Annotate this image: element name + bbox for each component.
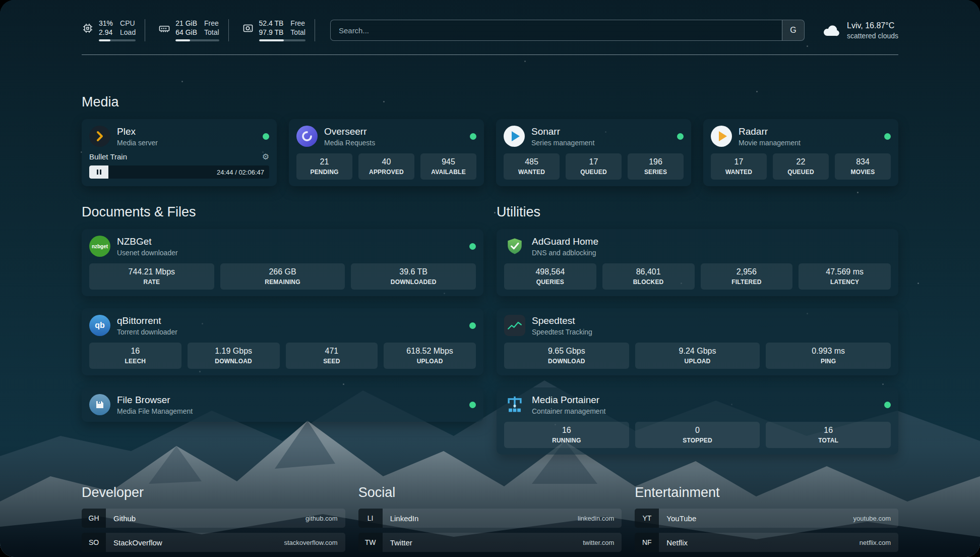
card-title: Overseerr <box>324 126 375 137</box>
bookmark-url: stackoverflow.com <box>276 533 345 552</box>
search-bar: G <box>330 20 805 41</box>
bookmark-item[interactable]: SOStackOverflowstackoverflow.com <box>82 533 345 552</box>
bookmark-name: Github <box>106 509 298 528</box>
section-heading-media: Media <box>82 94 898 110</box>
card-subtitle: Series management <box>531 139 594 147</box>
bookmark-name: Twitter <box>383 533 576 552</box>
overseerr-icon <box>296 126 318 147</box>
speedtest-card[interactable]: Speedtest Speedtest Tracking 9.65 GbpsDO… <box>497 308 898 375</box>
ram-free-label: Free <box>204 19 219 27</box>
stat-label: WANTED <box>713 169 765 176</box>
status-dot <box>884 133 891 140</box>
bookmark-name: Netflix <box>659 533 852 552</box>
card-title: NZBGet <box>117 236 178 247</box>
stat-label: LATENCY <box>801 278 889 286</box>
stat-box: 744.21 MbpsRATE <box>89 263 214 290</box>
stat-box: 266 GBREMAINING <box>220 263 345 290</box>
stat-box: 471SEED <box>286 343 378 369</box>
stat-value: 16 <box>506 426 627 435</box>
bookmark-url: youtube.com <box>846 509 898 528</box>
stat-value: 0.993 ms <box>768 347 889 356</box>
bookmark-item[interactable]: LILinkedInlinkedin.com <box>358 509 622 528</box>
search-engine-button[interactable]: G <box>782 20 804 40</box>
stat-value: 744.21 Mbps <box>91 267 212 276</box>
stat-label: RUNNING <box>506 437 627 444</box>
section-heading-social: Social <box>358 485 622 500</box>
stat-label: QUEUED <box>568 169 620 176</box>
stat-label: QUERIES <box>506 278 594 286</box>
stat-value: 16 <box>768 426 889 435</box>
search-input[interactable] <box>331 20 782 40</box>
stat-value: 9.24 Gbps <box>637 347 758 356</box>
nzbget-card[interactable]: nzbget NZBGet Usenet downloader 744.21 M… <box>82 229 483 296</box>
stat-label: UPLOAD <box>637 358 758 365</box>
utilities-column: Utilities AdGu <box>497 204 898 455</box>
bookmark-abbr: YT <box>635 509 659 528</box>
plex-card[interactable]: Plex Media server Bullet Train ⚙ 24:44 /… <box>82 119 277 186</box>
pause-button[interactable] <box>89 165 108 179</box>
bookmark-item[interactable]: GHGithubgithub.com <box>82 509 345 528</box>
cloud-icon <box>822 23 841 38</box>
stat-value: 17 <box>713 157 765 166</box>
weather-location: Lviv, 16.87°C <box>847 21 898 30</box>
stat-value: 945 <box>422 157 474 166</box>
card-title: AdGuard Home <box>532 236 598 247</box>
stat-label: MOVIES <box>837 169 889 176</box>
snow-specks <box>0 0 2 2</box>
stat-value: 266 GB <box>222 267 343 276</box>
stat-label: DOWNLOAD <box>190 358 278 365</box>
weather-condition: scattered clouds <box>847 32 898 40</box>
stat-box: 16LEECH <box>89 343 181 369</box>
radarr-card[interactable]: Radarr Movie management 17WANTED22QUEUED… <box>703 119 898 186</box>
stat-label: PENDING <box>298 169 350 176</box>
top-bar: 31% CPU 2.94 Load 21 GiB Free <box>82 19 898 41</box>
bookmark-item[interactable]: NFNetflixnetflix.com <box>635 533 898 552</box>
qbittorrent-card[interactable]: qb qBittorrent Torrent downloader 16LEEC… <box>82 308 483 375</box>
stat-box: 40APPROVED <box>358 153 414 180</box>
stat-label: DOWNLOADED <box>353 278 474 286</box>
qbittorrent-icon: qb <box>89 315 110 336</box>
stat-label: WANTED <box>506 169 558 176</box>
stat-label: TOTAL <box>768 437 889 444</box>
ram-metric: 21 GiB Free 64 GiB Total <box>158 19 228 41</box>
disk-icon <box>242 22 254 34</box>
card-title: Radarr <box>739 126 801 137</box>
gear-icon[interactable]: ⚙ <box>262 152 269 161</box>
stat-value: 21 <box>298 157 350 166</box>
overseerr-card[interactable]: Overseerr Media Requests 21PENDING40APPR… <box>289 119 484 186</box>
cpu-label: CPU <box>120 19 136 27</box>
disk-total: 97.9 TB <box>259 28 284 36</box>
bookmark-list: YTYouTubeyoutube.comNFNetflixnetflix.com… <box>635 509 898 557</box>
card-subtitle: Container management <box>532 407 605 415</box>
cpu-icon <box>82 22 94 34</box>
card-subtitle: DNS and adblocking <box>532 249 598 257</box>
card-title: Plex <box>117 126 158 137</box>
sonarr-card[interactable]: Sonarr Series management 485WANTED17QUEU… <box>496 119 691 186</box>
stat-value: 498,564 <box>506 267 594 276</box>
bookmarks-social: Social LILinkedInlinkedin.comTWTwittertw… <box>358 485 622 557</box>
card-title: Sonarr <box>531 126 594 137</box>
card-title: Speedtest <box>532 315 592 326</box>
stat-value: 618.52 Mbps <box>386 347 474 356</box>
stat-box: 16RUNNING <box>504 422 629 448</box>
status-dot <box>469 243 476 250</box>
section-heading-utilities: Utilities <box>497 204 898 220</box>
portainer-card[interactable]: Media Portainer Container management 16R… <box>497 387 898 455</box>
status-dot <box>469 322 476 329</box>
stat-label: LEECH <box>91 358 179 365</box>
filebrowser-card[interactable]: File Browser Media File Management <box>82 387 483 422</box>
status-dot <box>677 133 684 140</box>
bookmarks-entertainment: Entertainment YTYouTubeyoutube.comNFNetf… <box>635 485 898 557</box>
stat-box: 1.19 GbpsDOWNLOAD <box>188 343 280 369</box>
bookmark-item[interactable]: TWTwittertwitter.com <box>358 533 622 552</box>
stat-value: 9.65 Gbps <box>506 347 627 356</box>
bookmark-item[interactable]: YTYouTubeyoutube.com <box>635 509 898 528</box>
disk-free-label: Free <box>290 19 305 27</box>
status-dot <box>884 402 891 408</box>
adguard-card[interactable]: AdGuard Home DNS and adblocking 498,564Q… <box>497 229 898 296</box>
bookmark-url: github.com <box>298 509 345 528</box>
stat-label: STOPPED <box>637 437 758 444</box>
nzbget-icon: nzbget <box>89 236 110 257</box>
card-title: Media Portainer <box>532 395 605 406</box>
bookmark-abbr: TW <box>358 533 383 552</box>
